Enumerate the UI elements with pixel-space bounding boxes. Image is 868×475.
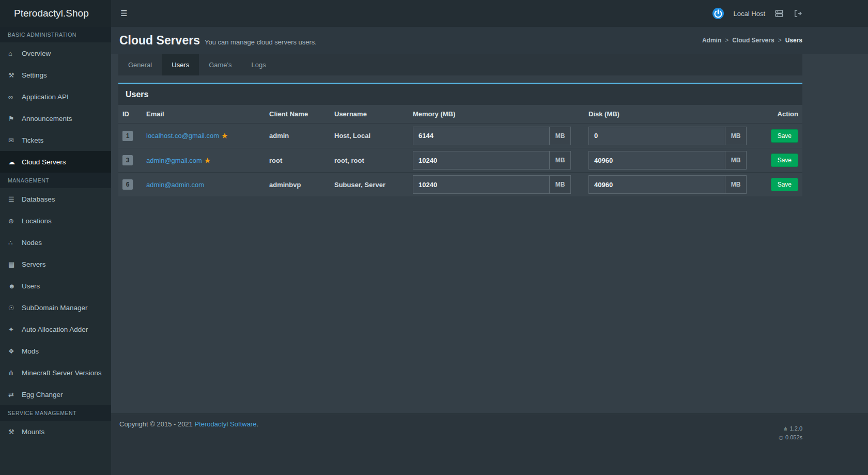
- sidebar-item-label: Egg Changer: [22, 391, 63, 399]
- tab-logs[interactable]: Logs: [242, 54, 276, 75]
- infinity-icon: ∞: [8, 93, 22, 101]
- disk-cell: MB: [584, 127, 760, 145]
- email-cell: admin@gmail.com★: [142, 157, 265, 164]
- sidebar-item-label: Users: [22, 282, 40, 290]
- tab-general[interactable]: General: [118, 54, 162, 75]
- column-header-action: Action: [760, 110, 802, 118]
- email-link[interactable]: admin@gmail.com: [146, 157, 202, 164]
- sidebar-item-label: Auto Allocation Adder: [22, 326, 88, 333]
- globe-icon: ⊕: [8, 217, 22, 225]
- memory-input-group: MB: [413, 127, 571, 145]
- users-panel: Users ID Email Client Name Username Memo…: [118, 83, 802, 196]
- version-text: 1.2.0: [790, 425, 802, 432]
- sidebar-item-label: Overview: [22, 50, 51, 57]
- sidebar-item-mods[interactable]: ❖ Mods: [0, 340, 111, 362]
- sidebar-item-minecraft-server-versions[interactable]: ⋔ Minecraft Server Versions: [0, 362, 111, 384]
- save-button[interactable]: Save: [771, 178, 798, 191]
- sidebar-item-label: Databases: [22, 195, 55, 203]
- column-header-memory: Memory (MB): [409, 110, 584, 118]
- column-header-disk: Disk (MB): [584, 110, 760, 118]
- wrench-icon: ⚒: [8, 71, 22, 79]
- sidebar-item-application-api[interactable]: ∞ Application API: [0, 86, 111, 108]
- version-line: ⋔1.2.0: [779, 424, 802, 433]
- page-title: Cloud Servers: [119, 34, 200, 48]
- top-navbar: ☰ Local Host: [111, 0, 868, 27]
- load-time-text: 0.052s: [785, 434, 802, 440]
- column-header-email: Email: [142, 110, 265, 118]
- table-row: 6 admin@admin.com adminbvp Subuser, Serv…: [118, 172, 802, 196]
- email-link[interactable]: admin@admin.com: [146, 181, 204, 189]
- sign-out-icon[interactable]: [793, 9, 802, 18]
- sidebar-item-announcements[interactable]: ⚑ Announcements: [0, 108, 111, 129]
- email-link[interactable]: localhost.co@gmail.com: [146, 132, 219, 140]
- database-icon: ☰: [8, 195, 22, 203]
- sidebar-item-settings[interactable]: ⚒ Settings: [0, 64, 111, 86]
- ticket-icon: ✉: [8, 136, 22, 144]
- breadcrumb-admin[interactable]: Admin: [702, 37, 721, 44]
- power-status-icon[interactable]: [712, 7, 724, 20]
- sidebar: Pterodactyl.Shop BASIC ADMINISTRATION ⌂ …: [0, 0, 111, 475]
- memory-input[interactable]: [413, 175, 549, 194]
- brand-logo[interactable]: Pterodactyl.Shop: [0, 0, 111, 27]
- sidebar-item-auto-allocation-adder[interactable]: ✦ Auto Allocation Adder: [0, 318, 111, 340]
- action-cell: Save: [760, 129, 802, 143]
- cloud-icon: ☁: [8, 158, 22, 166]
- sidebar-item-label: Servers: [22, 261, 46, 268]
- sidebar-item-servers[interactable]: ▤ Servers: [0, 253, 111, 275]
- action-cell: Save: [760, 154, 802, 167]
- sidebar-item-label: Application API: [22, 93, 69, 101]
- pterodactyl-software-link[interactable]: Pterodactyl Software: [194, 420, 256, 428]
- sidebar-toggle-button[interactable]: ☰: [111, 0, 137, 27]
- sitemap-icon: ∴: [8, 239, 22, 247]
- disk-unit-addon: MB: [725, 127, 747, 145]
- globe-alt-icon: ☉: [8, 304, 22, 312]
- id-badge: 3: [122, 155, 133, 165]
- host-menu[interactable]: Local Host: [734, 10, 765, 18]
- sidebar-item-tickets[interactable]: ✉ Tickets: [0, 129, 111, 151]
- sidebar-item-label: Locations: [22, 217, 52, 225]
- load-time-line: ◷0.052s: [779, 433, 802, 442]
- footer-stats: ⋔1.2.0 ◷0.052s: [779, 424, 802, 442]
- disk-unit-addon: MB: [725, 175, 747, 194]
- disk-input[interactable]: [588, 127, 725, 145]
- breadcrumb-separator: >: [725, 37, 729, 44]
- gamepad-icon: ❖: [8, 347, 22, 355]
- disk-input[interactable]: [588, 175, 725, 194]
- action-cell: Save: [760, 178, 802, 191]
- star-icon: ★: [205, 157, 211, 164]
- breadcrumb: Admin > Cloud Servers > Users: [702, 37, 802, 44]
- sidebar-item-label: Cloud Servers: [22, 158, 66, 166]
- sidebar-item-label: Tickets: [22, 136, 43, 144]
- app: Pterodactyl.Shop BASIC ADMINISTRATION ⌂ …: [0, 0, 868, 475]
- save-button[interactable]: Save: [771, 129, 798, 143]
- disk-input[interactable]: [588, 151, 725, 170]
- page-subtitle: You can manage cloud servers users.: [205, 38, 317, 46]
- memory-input[interactable]: [413, 151, 549, 170]
- sidebar-section-management: MANAGEMENT: [0, 173, 111, 188]
- breadcrumb-cloud-servers[interactable]: Cloud Servers: [732, 37, 774, 44]
- sidebar-item-cloud-servers[interactable]: ☁ Cloud Servers: [0, 151, 111, 173]
- table-row: 3 admin@gmail.com★ root root, root MB: [118, 148, 802, 172]
- sidebar-item-label: Minecraft Server Versions: [22, 369, 102, 377]
- client-name-cell: adminbvp: [265, 181, 330, 189]
- disk-input-group: MB: [588, 127, 747, 145]
- sidebar-item-egg-changer[interactable]: ⇄ Egg Changer: [0, 384, 111, 405]
- column-header-id: ID: [118, 110, 142, 118]
- pterodactyl-logo-icon: ⋔: [783, 426, 787, 432]
- sidebar-item-subdomain-manager[interactable]: ☉ SubDomain Manager: [0, 297, 111, 318]
- sidebar-item-locations[interactable]: ⊕ Locations: [0, 210, 111, 232]
- tab-games[interactable]: Game's: [199, 54, 241, 75]
- client-name-cell: admin: [265, 132, 330, 140]
- tab-users[interactable]: Users: [162, 54, 199, 75]
- memory-input[interactable]: [413, 127, 549, 145]
- sidebar-item-databases[interactable]: ☰ Databases: [0, 188, 111, 210]
- save-button[interactable]: Save: [771, 154, 798, 167]
- title-wrap: Cloud Servers You can manage cloud serve…: [119, 34, 317, 48]
- server-rack-icon[interactable]: [774, 9, 784, 18]
- sidebar-item-nodes[interactable]: ∴ Nodes: [0, 232, 111, 253]
- sidebar-item-mounts[interactable]: ⚒ Mounts: [0, 421, 111, 442]
- footer: Copyright © 2015 - 2021 Pterodactyl Soft…: [111, 413, 868, 475]
- sidebar-item-users[interactable]: ☻ Users: [0, 275, 111, 297]
- sidebar-item-overview[interactable]: ⌂ Overview: [0, 42, 111, 64]
- username-cell: root, root: [330, 157, 409, 164]
